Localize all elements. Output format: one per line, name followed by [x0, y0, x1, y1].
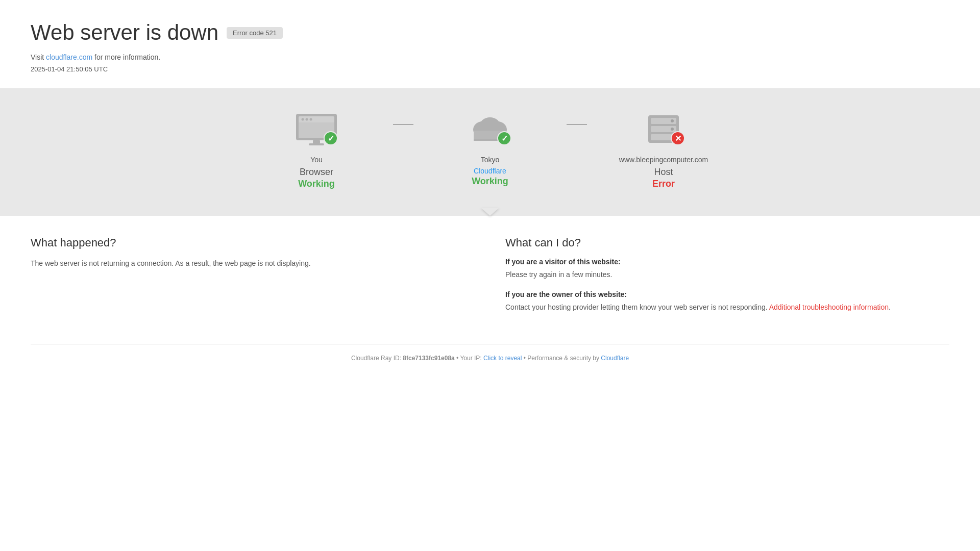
- ray-id-label: Cloudflare Ray ID:: [351, 355, 401, 362]
- you-check-badge: ✓: [324, 131, 338, 145]
- top-section: Web server is down Error code 521 Visit …: [0, 0, 980, 88]
- node-you: ✓ You Browser Working: [240, 109, 393, 189]
- visit-text: Visit: [31, 53, 44, 61]
- down-arrow-icon: [481, 208, 499, 216]
- cloudflare-node-link[interactable]: Cloudflare: [474, 167, 506, 175]
- connector-line-1: [393, 124, 413, 125]
- timestamp: 2025-01-04 21:50:05 UTC: [31, 65, 949, 73]
- svg-point-4: [310, 118, 312, 121]
- visit-line: Visit cloudflare.com for more informatio…: [31, 53, 949, 61]
- footer: Cloudflare Ray ID: 8fce7133fc91e08a • Yo…: [0, 344, 980, 372]
- page-title: Web server is down: [31, 20, 218, 45]
- tokyo-status: Working: [472, 176, 508, 187]
- ip-label: Your IP:: [460, 355, 481, 362]
- server-icon: ✕: [638, 109, 689, 149]
- bottom-section: What happened? The web server is not ret…: [0, 216, 980, 344]
- svg-point-2: [302, 118, 304, 121]
- svg-rect-6: [313, 140, 320, 143]
- cloudflare-link[interactable]: cloudflare.com: [46, 53, 92, 61]
- owner-block: If you are the owner of this website: Co…: [505, 290, 949, 313]
- svg-point-18: [671, 119, 674, 122]
- down-arrow-container: [0, 208, 980, 216]
- security-text: Performance & security by: [527, 355, 599, 362]
- visitor-label: If you are a visitor of this website:: [505, 258, 949, 266]
- what-happened-text: The web server is not returning a connec…: [31, 258, 475, 269]
- what-can-i-do-section: What can I do? If you are a visitor of t…: [505, 236, 949, 323]
- tokyo-check-badge: ✓: [497, 131, 511, 145]
- bullet-1: •: [456, 355, 458, 362]
- host-status: Error: [652, 179, 675, 189]
- visitor-text: Please try again in a few minutes.: [505, 269, 949, 280]
- host-x-badge: ✕: [671, 131, 685, 145]
- host-type: Host: [654, 167, 673, 178]
- cloud-icon: ✓: [464, 109, 516, 149]
- bullet-2: •: [524, 355, 526, 362]
- tokyo-label: Tokyo: [481, 156, 500, 164]
- node-host: ✕ www.bleepingcomputer.com Host Error: [587, 109, 740, 189]
- node-tokyo: ✓ Tokyo Cloudflare Working: [413, 109, 567, 187]
- connector-2: [567, 109, 587, 125]
- visit-suffix: for more information.: [94, 53, 160, 61]
- you-type: Browser: [300, 167, 333, 178]
- what-can-i-do-title: What can I do?: [505, 236, 949, 249]
- title-row: Web server is down Error code 521: [31, 20, 949, 45]
- owner-label: If you are the owner of this website:: [505, 290, 949, 298]
- browser-icon: ✓: [291, 109, 342, 149]
- what-happened-title: What happened?: [31, 236, 475, 249]
- you-status: Working: [298, 179, 335, 189]
- connector-1: [393, 109, 413, 125]
- cloudflare-footer-link[interactable]: Cloudflare: [601, 355, 629, 362]
- you-label: You: [310, 156, 323, 164]
- error-badge: Error code 521: [227, 27, 283, 39]
- host-label: www.bleepingcomputer.com: [619, 156, 708, 164]
- owner-text-before: Contact your hosting provider letting th…: [505, 303, 768, 311]
- svg-point-19: [671, 128, 674, 131]
- svg-point-3: [306, 118, 308, 121]
- visitor-block: If you are a visitor of this website: Pl…: [505, 258, 949, 280]
- middle-section: ✓ You Browser Working ✓ Tokyo Cloudflare…: [0, 88, 980, 215]
- connector-line-2: [567, 124, 587, 125]
- owner-text-after: .: [889, 303, 891, 311]
- owner-text: Contact your hosting provider letting th…: [505, 302, 949, 313]
- troubleshooting-link[interactable]: Additional troubleshooting information: [769, 303, 889, 311]
- ip-reveal-link[interactable]: Click to reveal: [483, 355, 522, 362]
- svg-rect-7: [309, 143, 324, 145]
- ray-id-value: 8fce7133fc91e08a: [403, 355, 454, 362]
- what-happened-section: What happened? The web server is not ret…: [31, 236, 475, 323]
